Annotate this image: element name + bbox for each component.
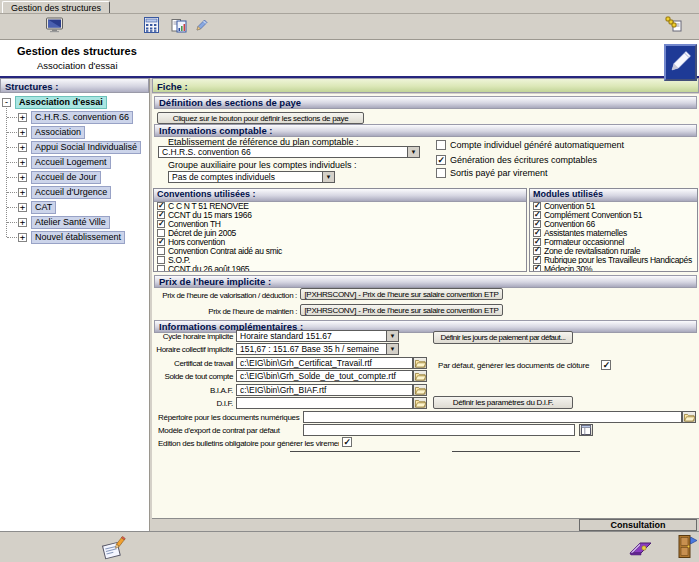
convention-checkbox[interactable] <box>157 265 165 272</box>
module-item[interactable]: Médecin 30% <box>530 264 697 272</box>
cloture-checkbox[interactable] <box>601 360 611 370</box>
tree-item[interactable]: Nouvel établissement <box>0 230 149 245</box>
repertoire-browse-button[interactable] <box>682 411 696 423</box>
dif-field[interactable] <box>236 397 413 409</box>
shortcut-button[interactable] <box>663 16 684 35</box>
convention-checkbox[interactable] <box>157 229 165 237</box>
exit-button[interactable] <box>676 534 698 562</box>
biaf-field[interactable]: c:\EIG\bin\Grh_BIAF.rtf <box>236 384 413 396</box>
convention-item[interactable]: C C N T 51 RENOVEE <box>154 202 526 211</box>
convention-item[interactable]: Hors convention <box>154 238 526 247</box>
calculator-button[interactable] <box>141 17 162 36</box>
accounting-book-button[interactable] <box>627 538 654 562</box>
convention-checkbox[interactable] <box>157 211 165 219</box>
module-checkbox[interactable] <box>533 247 541 255</box>
convention-item[interactable]: Convention Contrat aidé au smic <box>154 246 526 255</box>
convention-checkbox[interactable] <box>157 247 165 255</box>
module-item[interactable]: Zone de revitalisation rurale <box>530 246 697 255</box>
definir-parametres-dif-button[interactable]: Définir les paramètres du D.I.F. <box>433 396 573 409</box>
edit-mode-button[interactable] <box>664 44 697 81</box>
tree-root-association-essai[interactable]: Association d'essai <box>0 95 149 110</box>
tree-item-label[interactable]: Appui Social Individualisé <box>31 141 141 154</box>
tree-item-label[interactable]: Atelier Santé Ville <box>31 216 110 229</box>
tree-item[interactable]: Accueil d'Urgence <box>0 185 149 200</box>
module-item[interactable]: Assistantes maternelles <box>530 229 697 238</box>
plan-comptable-select[interactable]: C.H.R.S. convention 66 <box>158 146 420 158</box>
expand-icon[interactable] <box>18 188 27 197</box>
tree-item-label[interactable]: Accueil de Jour <box>31 171 101 184</box>
certificat-travail-label: Certificat de travail <box>153 359 233 368</box>
modele-export-button[interactable] <box>579 424 593 436</box>
solde-browse-button[interactable] <box>413 370 427 382</box>
convention-checkbox[interactable] <box>157 238 165 246</box>
cycle-horaire-select[interactable]: Horaire standard 151.67 <box>236 330 399 342</box>
edit-note-button[interactable] <box>191 17 212 36</box>
repertoire-documents-field[interactable] <box>303 411 682 423</box>
module-checkbox[interactable] <box>533 229 541 237</box>
expand-icon[interactable] <box>18 128 27 137</box>
module-item[interactable]: Convention 51 <box>530 202 697 211</box>
convention-item[interactable]: Convention TH <box>154 220 526 229</box>
tree-item[interactable]: Accueil Logement <box>0 155 149 170</box>
certificat-browse-button[interactable] <box>413 357 427 369</box>
dif-browse-button[interactable] <box>413 397 427 409</box>
module-checkbox[interactable] <box>533 265 541 272</box>
prix-valorisation-button[interactable]: [PXHRSCONV] - Prix de l'heure sur salair… <box>300 288 503 300</box>
groupe-auxiliaire-select[interactable]: Pas de comptes individuels <box>168 171 335 183</box>
module-item[interactable]: Complément Convention 51 <box>530 211 697 220</box>
convention-checkbox[interactable] <box>157 220 165 228</box>
tree-item-label[interactable]: Nouvel établissement <box>31 231 125 244</box>
edition-bulletins-checkbox[interactable] <box>342 437 352 447</box>
prix-maintien-button[interactable]: [PXHRSCONV] - Prix de l'heure sur salair… <box>300 304 503 316</box>
module-checkbox[interactable] <box>533 202 541 210</box>
tree-item-label[interactable]: Association <box>31 126 85 139</box>
collapse-icon[interactable] <box>2 98 11 107</box>
tree-root-label[interactable]: Association d'essai <box>15 96 107 109</box>
horaire-collectif-select[interactable]: 151,67 : 151.67 Base 35 h / semaine <box>236 343 399 355</box>
convention-checkbox[interactable] <box>157 256 165 264</box>
convention-checkbox[interactable] <box>157 202 165 210</box>
definir-sections-paye-button[interactable]: Cliquez sur le bouton pour définir les s… <box>157 112 364 124</box>
module-label: Complément Convention 51 <box>544 211 642 220</box>
main-area: Structures : Association d'essai C.H.R.S… <box>0 78 699 531</box>
convention-item[interactable]: S.O.P. <box>154 255 526 264</box>
report-button[interactable] <box>168 17 189 36</box>
compte-individuel-checkbox[interactable] <box>436 140 446 150</box>
generation-ecritures-checkbox[interactable] <box>436 155 446 165</box>
convention-item[interactable]: CCNT du 15 mars 1966 <box>154 211 526 220</box>
tree-item[interactable]: Accueil de Jour <box>0 170 149 185</box>
module-checkbox[interactable] <box>533 256 541 264</box>
solde-tout-compte-field[interactable]: c:\EIG\bin\Grh_Solde_de_tout_compte.rtf <box>236 370 413 382</box>
tree-item[interactable]: C.H.R.S. convention 66 <box>0 110 149 125</box>
tree-item[interactable]: Atelier Santé Ville <box>0 215 149 230</box>
tree-item[interactable]: Association <box>0 125 149 140</box>
notes-button[interactable] <box>100 536 128 562</box>
module-checkbox[interactable] <box>533 220 541 228</box>
expand-icon[interactable] <box>18 218 27 227</box>
tree-item-label[interactable]: C.H.R.S. convention 66 <box>31 111 133 124</box>
definir-jours-paiement-button[interactable]: Définir les jours de paiement par défaut… <box>433 331 573 344</box>
module-checkbox[interactable] <box>533 211 541 219</box>
tree-item[interactable]: Appui Social Individualisé <box>0 140 149 155</box>
convention-item[interactable]: Décret de juin 2005 <box>154 229 526 238</box>
biaf-browse-button[interactable] <box>413 384 427 396</box>
expand-icon[interactable] <box>18 143 27 152</box>
module-item[interactable]: Rubrique pour les Travailleurs Handicapé… <box>530 255 697 264</box>
expand-icon[interactable] <box>18 173 27 182</box>
modele-export-field[interactable] <box>303 424 575 436</box>
module-checkbox[interactable] <box>533 238 541 246</box>
certificat-travail-field[interactable]: c:\EIG\bin\Grh_Certificat_Travail.rtf <box>236 357 413 369</box>
sortis-virement-checkbox[interactable] <box>436 168 446 178</box>
expand-icon[interactable] <box>18 158 27 167</box>
tree-item-label[interactable]: Accueil d'Urgence <box>31 186 111 199</box>
tree-item[interactable]: CAT <box>0 200 149 215</box>
expand-icon[interactable] <box>18 233 27 242</box>
tree-item-label[interactable]: Accueil Logement <box>31 156 111 169</box>
expand-icon[interactable] <box>18 113 27 122</box>
tree-item-label[interactable]: CAT <box>31 201 56 214</box>
expand-icon[interactable] <box>18 203 27 212</box>
convention-item[interactable]: CCNT du 26 août 1965 <box>154 264 526 272</box>
module-item[interactable]: Formateur occasionnel <box>530 238 697 247</box>
module-item[interactable]: Convention 66 <box>530 220 697 229</box>
preview-monitor-button[interactable] <box>44 17 65 36</box>
